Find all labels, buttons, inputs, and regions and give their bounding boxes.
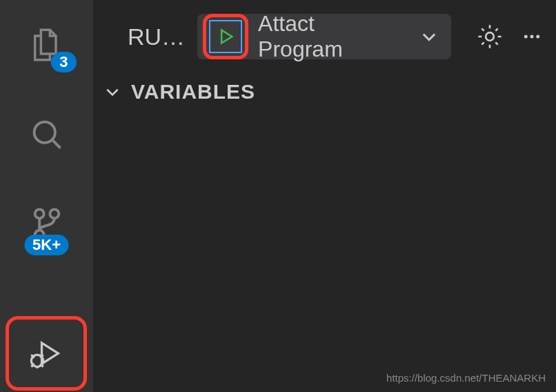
more-actions-button[interactable] [522,26,542,47]
debug-header: RU… Attact Program [93,0,556,66]
svg-point-11 [486,32,494,41]
search-tab[interactable] [23,110,71,159]
gear-icon [476,23,504,50]
chevron-down-icon [419,27,439,46]
svg-point-3 [50,209,59,218]
play-highlight [203,14,248,59]
chevron-down-icon [103,83,121,101]
run-debug-tab[interactable] [28,335,64,371]
debug-icon [28,335,64,371]
watermark-text: https://blog.csdn.net/THEANARKH [386,372,546,384]
svg-point-14 [536,35,539,39]
variables-section-header[interactable]: VARIABLES [93,66,556,104]
source-control-tab[interactable]: 5K+ [23,200,71,248]
explorer-tab[interactable]: 3 [23,21,71,69]
debug-panel: RU… Attact Program [93,0,556,392]
play-icon [216,27,235,46]
ellipsis-icon [522,26,542,47]
debug-tab-highlight [6,316,87,391]
config-dropdown-button[interactable] [419,27,439,46]
search-icon [29,117,65,153]
variables-label: VARIABLES [131,80,255,104]
explorer-badge: 3 [51,52,76,72]
start-debug-button[interactable] [209,20,242,53]
config-name[interactable]: Attact Program [258,11,404,62]
debug-settings-button[interactable] [476,23,504,50]
run-label: RU… [128,23,185,50]
scm-badge: 5K+ [24,235,69,255]
svg-point-0 [34,122,54,143]
svg-line-1 [52,141,60,148]
debug-config-selector: Attact Program [197,14,451,59]
svg-point-13 [530,35,534,39]
svg-point-12 [524,35,528,39]
svg-point-2 [34,209,43,218]
